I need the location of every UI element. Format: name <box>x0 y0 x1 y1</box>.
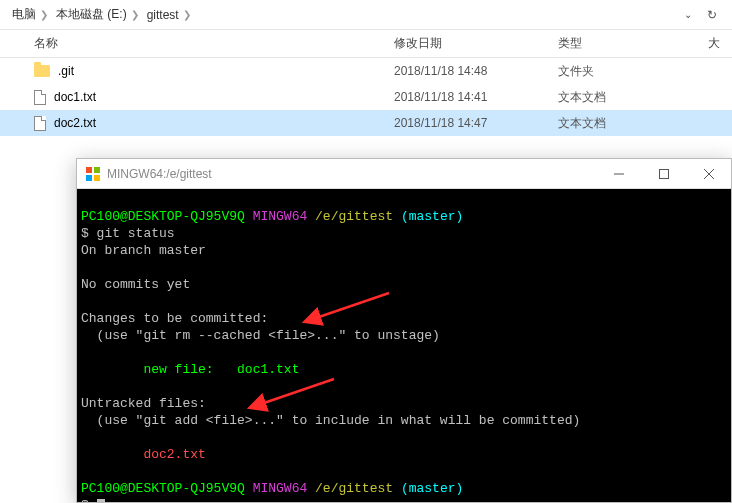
term-line: (use "git add <file>..." to include in w… <box>81 413 580 428</box>
term-line: doc2.txt <box>81 447 206 462</box>
breadcrumb-label: 本地磁盘 (E:) <box>56 6 127 23</box>
terminal-window: MINGW64:/e/gittest PC100@DESKTOP-QJ95V9Q… <box>76 158 732 503</box>
svg-rect-1 <box>94 167 100 173</box>
maximize-button[interactable] <box>641 159 686 188</box>
column-header-date[interactable]: 修改日期 <box>384 30 548 57</box>
minimize-icon <box>614 169 624 179</box>
chevron-down-icon: ⌄ <box>684 9 692 20</box>
svg-rect-5 <box>659 169 668 178</box>
breadcrumb-seg-drive[interactable]: 本地磁盘 (E:) ❯ <box>52 6 143 23</box>
chevron-right-icon: ❯ <box>131 9 139 20</box>
chevron-right-icon: ❯ <box>40 9 48 20</box>
file-icon <box>34 116 46 131</box>
mingw-icon <box>85 166 101 182</box>
refresh-icon: ↻ <box>707 8 717 22</box>
term-line: (use "git rm --cached <file>..." to unst… <box>81 328 440 343</box>
chevron-right-icon: ❯ <box>183 9 191 20</box>
terminal-title: MINGW64:/e/gittest <box>107 167 596 181</box>
term-line: Untracked files: <box>81 396 206 411</box>
folder-icon <box>34 65 50 77</box>
close-button[interactable] <box>686 159 731 188</box>
file-name: .git <box>58 64 74 78</box>
file-row-doc1[interactable]: doc1.txt 2018/11/18 14:41 文本文档 <box>0 84 732 110</box>
file-icon <box>34 90 46 105</box>
file-date: 2018/11/18 14:47 <box>384 116 548 130</box>
column-header-type[interactable]: 类型 <box>548 30 698 57</box>
file-type: 文件夹 <box>548 63 698 80</box>
prompt-path: /e/gittest <box>315 209 393 224</box>
prompt-branch: (master) <box>401 481 463 496</box>
term-line: $ <box>81 498 97 502</box>
file-row-git[interactable]: .git 2018/11/18 14:48 文件夹 <box>0 58 732 84</box>
file-type: 文本文档 <box>548 115 698 132</box>
svg-line-8 <box>316 293 389 318</box>
file-name: doc1.txt <box>54 90 96 104</box>
prompt-path: /e/gittest <box>315 481 393 496</box>
file-row-doc2[interactable]: doc2.txt 2018/11/18 14:47 文本文档 <box>0 110 732 136</box>
term-line: Changes to be committed: <box>81 311 268 326</box>
term-line: On branch master <box>81 243 206 258</box>
term-line: No commits yet <box>81 277 190 292</box>
terminal-titlebar[interactable]: MINGW64:/e/gittest <box>77 159 731 189</box>
column-header-name[interactable]: 名称 <box>0 30 384 57</box>
terminal-cursor <box>97 499 105 502</box>
svg-rect-0 <box>86 167 92 173</box>
svg-line-9 <box>261 379 334 404</box>
prompt-branch: (master) <box>401 209 463 224</box>
refresh-button[interactable]: ↻ <box>700 3 724 27</box>
term-line: $ git status <box>81 226 175 241</box>
file-date: 2018/11/18 14:41 <box>384 90 548 104</box>
breadcrumb-label: gittest <box>147 8 179 22</box>
prompt-userhost: PC100@DESKTOP-QJ95V9Q <box>81 209 245 224</box>
file-date: 2018/11/18 14:48 <box>384 64 548 78</box>
minimize-button[interactable] <box>596 159 641 188</box>
svg-rect-2 <box>86 175 92 181</box>
prompt-shell: MINGW64 <box>253 481 308 496</box>
terminal-body[interactable]: PC100@DESKTOP-QJ95V9Q MINGW64 /e/gittest… <box>77 189 731 502</box>
file-explorer: 电脑 ❯ 本地磁盘 (E:) ❯ gittest ❯ ⌄ ↻ 名称 修改日期 类… <box>0 0 732 136</box>
prompt-shell: MINGW64 <box>253 209 308 224</box>
file-name: doc2.txt <box>54 116 96 130</box>
breadcrumb-dropdown-button[interactable]: ⌄ <box>676 3 700 27</box>
column-header-size[interactable]: 大 <box>698 30 732 57</box>
term-line: new file: doc1.txt <box>81 362 299 377</box>
breadcrumb-label: 电脑 <box>12 6 36 23</box>
breadcrumb-seg-folder[interactable]: gittest ❯ <box>143 8 195 22</box>
breadcrumb: 电脑 ❯ 本地磁盘 (E:) ❯ gittest ❯ ⌄ ↻ <box>0 0 732 30</box>
prompt-userhost: PC100@DESKTOP-QJ95V9Q <box>81 481 245 496</box>
file-list: .git 2018/11/18 14:48 文件夹 doc1.txt 2018/… <box>0 58 732 136</box>
column-headers: 名称 修改日期 类型 大 <box>0 30 732 58</box>
svg-rect-3 <box>94 175 100 181</box>
file-type: 文本文档 <box>548 89 698 106</box>
close-icon <box>704 169 714 179</box>
maximize-icon <box>659 169 669 179</box>
breadcrumb-seg-computer[interactable]: 电脑 ❯ <box>8 6 52 23</box>
